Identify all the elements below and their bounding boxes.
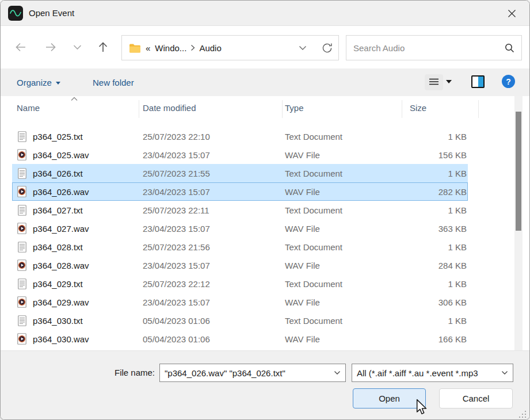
table-row[interactable]: p364_027.wav 23/04/2023 15:07 WAV File 3… bbox=[12, 219, 468, 238]
file-name-chevron-icon[interactable] bbox=[334, 371, 341, 375]
preview-pane-toggle[interactable] bbox=[471, 75, 485, 88]
close-button[interactable] bbox=[498, 1, 525, 26]
cancel-button[interactable]: Cancel bbox=[439, 388, 513, 408]
new-folder-button[interactable]: New folder bbox=[93, 68, 134, 96]
change-view-button[interactable] bbox=[425, 74, 443, 90]
file-type: WAV File bbox=[285, 334, 409, 344]
text-document-icon bbox=[17, 278, 27, 290]
file-name: p364_029.txt bbox=[33, 279, 83, 289]
column-header-date-modified[interactable]: Date modified bbox=[143, 103, 196, 113]
file-type: WAV File bbox=[285, 150, 409, 160]
file-name: p364_025.wav bbox=[33, 150, 89, 160]
file-type: WAV File bbox=[285, 187, 409, 197]
file-name: p364_025.txt bbox=[33, 132, 83, 142]
breadcrumb-item-parent[interactable]: Windo... bbox=[155, 43, 186, 53]
file-date: 23/04/2023 15:07 bbox=[143, 297, 285, 307]
dialog-footer: File name: All (*.aif *.aiff *.au *.even… bbox=[1, 350, 529, 420]
wav-file-icon bbox=[17, 259, 27, 272]
open-event-dialog: Open Event « Wind bbox=[0, 0, 530, 420]
file-size: 1 KB bbox=[409, 279, 468, 289]
help-button[interactable]: ? bbox=[502, 75, 515, 88]
file-name-label: File name: bbox=[75, 368, 155, 377]
file-date: 05/04/2023 01:06 bbox=[143, 334, 285, 344]
search-box[interactable] bbox=[346, 35, 522, 60]
table-row[interactable]: p364_025.txt 25/07/2023 22:10 Text Docum… bbox=[12, 127, 468, 146]
file-size: 284 KB bbox=[409, 261, 468, 270]
file-type: WAV File bbox=[285, 261, 409, 270]
breadcrumb-chevron-icon[interactable] bbox=[190, 44, 195, 51]
file-type: WAV File bbox=[285, 224, 409, 234]
list-view-icon bbox=[429, 78, 439, 87]
column-divider[interactable] bbox=[478, 100, 479, 118]
file-size: 282 KB bbox=[409, 187, 468, 197]
wav-file-icon bbox=[17, 333, 27, 345]
table-row[interactable]: p364_028.wav 23/04/2023 15:07 WAV File 2… bbox=[12, 256, 468, 274]
refresh-icon[interactable] bbox=[322, 43, 333, 54]
table-row[interactable]: p364_026.wav 23/04/2023 15:07 WAV File 2… bbox=[12, 182, 468, 201]
file-name: p364_026.wav bbox=[33, 187, 89, 197]
column-header-type[interactable]: Type bbox=[285, 103, 304, 113]
address-bar[interactable]: « Windo... Audio bbox=[121, 35, 339, 60]
file-name: p364_030.wav bbox=[33, 334, 89, 344]
file-date: 23/04/2023 15:07 bbox=[143, 261, 285, 270]
table-row[interactable]: p364_026.txt 25/07/2023 21:55 Text Docum… bbox=[12, 164, 468, 182]
column-divider[interactable] bbox=[282, 100, 283, 118]
column-header-name[interactable]: Name bbox=[17, 103, 40, 113]
table-row[interactable]: p364_025.wav 23/04/2023 15:07 WAV File 1… bbox=[12, 146, 468, 164]
column-divider[interactable] bbox=[402, 100, 402, 118]
scrollbar-track[interactable] bbox=[514, 96, 523, 350]
search-input[interactable] bbox=[353, 43, 505, 53]
file-name: p364_026.txt bbox=[33, 169, 83, 178]
table-row[interactable]: p364_029.wav 23/04/2023 15:07 WAV File 3… bbox=[12, 293, 468, 311]
file-date: 05/04/2023 01:06 bbox=[143, 316, 285, 326]
breadcrumb-item-current[interactable]: Audio bbox=[199, 43, 221, 53]
scrollbar-thumb[interactable] bbox=[516, 112, 521, 231]
file-type: Text Document bbox=[285, 316, 409, 326]
open-button-label: Open bbox=[379, 394, 400, 403]
table-row[interactable]: p364_027.txt 25/07/2023 22:11 Text Docum… bbox=[12, 201, 468, 219]
text-document-icon bbox=[17, 131, 27, 143]
cancel-button-label: Cancel bbox=[463, 394, 490, 403]
back-button[interactable] bbox=[12, 39, 29, 56]
file-date: 25/07/2023 21:56 bbox=[143, 242, 285, 252]
column-divider[interactable] bbox=[139, 100, 139, 118]
file-size: 1 KB bbox=[409, 169, 468, 178]
file-name-input[interactable] bbox=[165, 368, 331, 378]
file-date: 23/04/2023 15:07 bbox=[143, 187, 285, 197]
recent-locations-chevron[interactable] bbox=[68, 39, 86, 56]
file-date: 25/07/2023 22:11 bbox=[143, 205, 285, 215]
forward-button[interactable] bbox=[42, 39, 59, 56]
file-type: Text Document bbox=[285, 279, 409, 289]
organize-button[interactable]: Organize bbox=[17, 68, 60, 96]
file-date: 23/04/2023 15:07 bbox=[143, 224, 285, 234]
file-type: Text Document bbox=[285, 242, 409, 252]
file-type: WAV File bbox=[285, 297, 409, 307]
search-icon[interactable] bbox=[505, 43, 514, 53]
organize-caret-icon bbox=[56, 82, 60, 85]
file-name-combobox[interactable] bbox=[159, 364, 346, 382]
file-name: p364_028.txt bbox=[33, 242, 83, 252]
breadcrumb-overflow[interactable]: « bbox=[146, 43, 150, 53]
table-row[interactable]: p364_028.txt 25/07/2023 21:56 Text Docum… bbox=[12, 238, 468, 256]
table-row[interactable]: p364_030.txt 05/04/2023 01:06 Text Docum… bbox=[12, 311, 468, 330]
address-dropdown-chevron[interactable] bbox=[299, 45, 307, 51]
column-header-size[interactable]: Size bbox=[410, 103, 426, 113]
table-row[interactable]: p364_030.wav 05/04/2023 01:06 WAV File 1… bbox=[12, 330, 468, 348]
wav-file-icon bbox=[17, 223, 27, 235]
view-dropdown-caret-icon[interactable] bbox=[446, 80, 452, 83]
file-type-combobox[interactable]: All (*.aif *.aiff *.au *.event *.mp3 bbox=[352, 364, 513, 382]
file-type: Text Document bbox=[285, 132, 409, 142]
table-row[interactable]: p364_029.txt 25/07/2023 22:12 Text Docum… bbox=[12, 274, 468, 293]
help-icon: ? bbox=[506, 77, 511, 86]
dialog-title: Open Event bbox=[29, 8, 74, 18]
file-type-chevron-icon[interactable] bbox=[501, 371, 508, 375]
resize-grip[interactable] bbox=[518, 410, 527, 419]
file-name: p364_028.wav bbox=[33, 261, 89, 270]
wav-file-icon bbox=[17, 149, 27, 161]
file-size: 166 KB bbox=[409, 334, 468, 344]
file-size: 363 KB bbox=[409, 224, 468, 234]
file-size: 306 KB bbox=[409, 297, 468, 307]
file-date: 25/07/2023 22:12 bbox=[143, 279, 285, 289]
up-button[interactable] bbox=[94, 39, 112, 56]
file-date: 23/04/2023 15:07 bbox=[143, 150, 285, 160]
